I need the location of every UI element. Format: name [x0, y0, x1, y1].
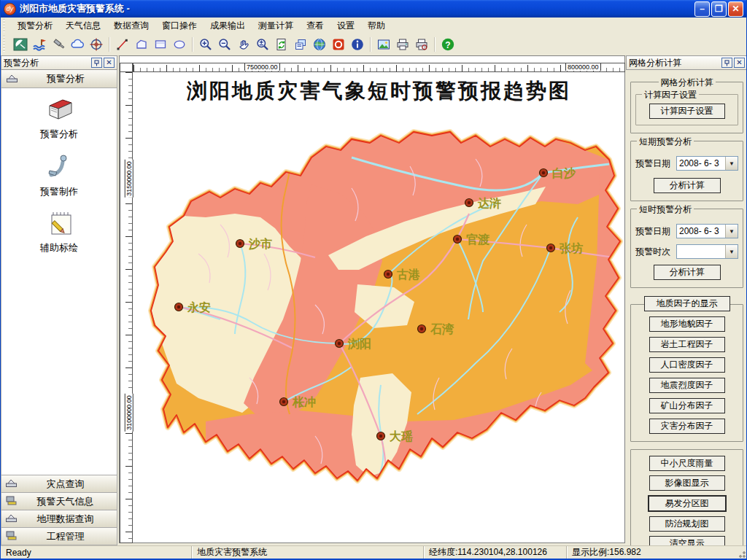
short-time-calc-button[interactable]: 分析计算 — [654, 265, 721, 280]
prevention-plan-button[interactable]: 防治规划图 — [649, 516, 725, 532]
warning-date-value: 2008- 6- 3 — [677, 157, 725, 170]
draw-line-icon[interactable] — [114, 36, 131, 53]
print-preview-icon[interactable] — [413, 36, 430, 53]
calc-factor-group: 计算因子设置 计算因子设置 — [635, 94, 738, 125]
left-panel-section-header[interactable]: 预警分析 — [1, 70, 117, 88]
city-label: 白沙 — [552, 167, 576, 179]
warning-analysis-panel: 预警分析 ✕ 预警分析 预警分析 预警制作 辅助标绘 灾点查询 预警天气信息 — [1, 55, 117, 545]
seismic-factor-button[interactable]: 地震烈度因子 — [649, 378, 725, 393]
warning-period-combobox[interactable]: ▼ — [676, 244, 738, 259]
close-icon[interactable]: ✕ — [734, 58, 745, 68]
chevron-down-icon[interactable]: ▼ — [725, 225, 738, 238]
map-title: 浏阳地质灾害气象短时预警预报趋势图 — [133, 77, 625, 105]
bar-project-management[interactable]: 工程管理 — [1, 528, 117, 545]
close-icon[interactable]: ✕ — [104, 58, 115, 68]
calc-factor-label: 计算因子设置 — [642, 89, 699, 101]
chevron-down-icon[interactable]: ▼ — [725, 245, 738, 258]
flood-warning-icon[interactable] — [31, 36, 48, 53]
pan-hand-icon[interactable] — [235, 36, 252, 53]
pin-icon[interactable] — [721, 58, 732, 68]
hammer-tool-icon[interactable] — [50, 36, 67, 53]
menu-gripper[interactable] — [3, 19, 9, 32]
item-aux-plotting[interactable]: 辅助标绘 — [40, 209, 78, 254]
menu-settings[interactable]: 设置 — [330, 18, 361, 34]
export-image-icon[interactable] — [375, 36, 392, 53]
close-button[interactable]: ✕ — [728, 1, 743, 17]
image-display-button[interactable]: 影像图显示 — [649, 475, 725, 491]
warning-weather-info-icon — [5, 495, 18, 508]
city-label: 官渡 — [466, 233, 490, 246]
calc-factor-setup-button[interactable]: 计算因子设置 — [649, 104, 725, 119]
item-warning-making[interactable]: 预警制作 — [40, 152, 78, 198]
city-marker-core — [177, 306, 180, 308]
crosshair-locate-icon[interactable] — [88, 36, 105, 53]
ruler-label: 3150000.00 — [125, 160, 133, 198]
bar-geo-data-query[interactable]: 地理数据查询 — [1, 510, 117, 528]
susceptibility-zoning-button[interactable]: 易发分区图 — [648, 495, 727, 512]
right-panel-title: 网格分析计算 — [629, 57, 720, 69]
info-icon[interactable] — [349, 36, 366, 53]
toolbar-separator — [434, 37, 436, 52]
menu-view[interactable]: 查看 — [300, 18, 330, 34]
zoom-in-icon[interactable] — [197, 36, 214, 53]
city-marker-core — [338, 342, 341, 345]
population-factor-button[interactable]: 人口密度因子 — [649, 357, 725, 373]
menu-window-ops[interactable]: 窗口操作 — [155, 18, 204, 34]
left-panel-titlebar: 预警分析 ✕ — [1, 55, 117, 70]
city-label: 浏阳 — [347, 338, 371, 350]
liuyang-map[interactable]: 白沙达浒官渡张坊沙市古港永安石湾浏阳枨冲大瑶 — [133, 71, 625, 544]
clear-display-button[interactable]: 清空显示 — [649, 536, 725, 545]
draw-ellipse-icon[interactable] — [171, 36, 188, 53]
bar-label: 预警天气信息 — [18, 495, 113, 508]
menu-data-query[interactable]: 数据查询 — [107, 18, 155, 34]
city-marker-core — [239, 242, 241, 245]
print-icon[interactable] — [394, 36, 411, 53]
minimize-button[interactable]: – — [694, 1, 710, 17]
menu-weather-info[interactable]: 天气信息 — [59, 18, 107, 34]
warning-date-combobox[interactable]: 2008- 6- 3 ▼ — [676, 156, 738, 171]
vertical-ruler: 3150000.00 3100000.00 — [120, 71, 133, 543]
chevron-down-icon[interactable]: ▼ — [725, 157, 738, 170]
item-warning-analysis[interactable]: 预警分析 — [40, 97, 78, 141]
city-label: 大瑶 — [390, 429, 413, 443]
cloud-weather-icon[interactable] — [69, 36, 86, 53]
short-term-calc-button[interactable]: 分析计算 — [654, 178, 721, 193]
stop-icon[interactable] — [330, 36, 347, 53]
zoom-extent-icon[interactable] — [254, 36, 271, 53]
menu-warning-analysis[interactable]: 预警分析 — [11, 18, 59, 34]
map-canvas[interactable]: 白沙达浒官渡张坊沙市古港永安石湾浏阳枨冲大瑶 浏阳地质灾害气象短时预警预报趋势图 — [133, 71, 625, 544]
mine-factor-button[interactable]: 矿山分布因子 — [649, 398, 725, 413]
rainfall-scale-button[interactable]: 中小尺度雨量 — [649, 456, 725, 471]
bar-warning-weather-info[interactable]: 预警天气信息 — [1, 493, 117, 510]
bar-disaster-point-query[interactable]: 灾点查询 — [1, 475, 117, 493]
disaster-factor-button[interactable]: 灾害分布因子 — [649, 419, 725, 434]
left-panel-body: 预警分析 预警制作 辅助标绘 — [1, 88, 117, 475]
geotech-factor-button[interactable]: 岩土工程因子 — [649, 337, 725, 352]
toolbar: ? — [1, 34, 746, 56]
draw-rectangle-icon[interactable] — [152, 36, 169, 53]
ruler-label: 750000.00 — [244, 63, 280, 71]
zoom-out-icon[interactable] — [216, 36, 233, 53]
warning-making-tool-icon — [44, 152, 74, 183]
pin-icon[interactable] — [91, 58, 102, 68]
warning-date-combobox[interactable]: 2008- 6- 3 ▼ — [676, 224, 738, 238]
copy-layers-icon[interactable] — [292, 36, 309, 53]
draw-polygon-icon[interactable] — [133, 36, 150, 53]
menu-help[interactable]: 帮助 — [361, 18, 392, 34]
geo-factor-display-button[interactable]: 地质因子的显示 — [644, 296, 730, 311]
left-panel-title: 预警分析 — [4, 57, 90, 69]
menu-measure[interactable]: 测量计算 — [252, 18, 300, 34]
map-display-group: 中小尺度雨量 影像图显示 易发分区图 防治规划图 清空显示 — [630, 449, 743, 545]
restore-button[interactable]: ❐ — [711, 1, 727, 17]
toolbar-gripper[interactable] — [3, 36, 9, 53]
terrain-factor-button[interactable]: 地形地貌因子 — [649, 316, 725, 332]
satellite-map-icon[interactable] — [12, 36, 29, 53]
city-label: 达浒 — [477, 197, 501, 209]
menu-output[interactable]: 成果输出 — [204, 18, 252, 34]
city-marker-core — [549, 246, 552, 249]
refresh-view-icon[interactable] — [273, 36, 290, 53]
toolbar-separator — [370, 37, 371, 52]
resize-grip[interactable] — [736, 548, 746, 559]
help-icon[interactable]: ? — [439, 36, 457, 53]
web-globe-icon[interactable] — [311, 36, 328, 53]
